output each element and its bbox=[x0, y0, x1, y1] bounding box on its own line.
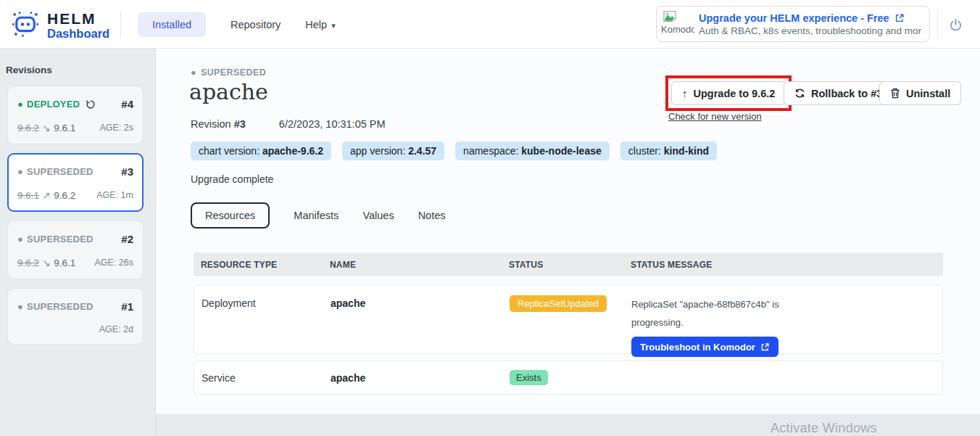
sidebar-title: Revisions bbox=[6, 65, 155, 75]
shutdown-button[interactable] bbox=[946, 15, 965, 34]
release-status-badge: ● SUPERSEDED bbox=[191, 67, 266, 78]
activate-windows-watermark: Activate Windows bbox=[771, 421, 877, 436]
komodor-promo-banner[interactable]: Komodor Upgrade your HELM experience - F… bbox=[656, 6, 930, 42]
top-bar: HELM Dashboard Installed Repository Help… bbox=[0, 0, 980, 49]
red-annotation-box: ↑ Upgrade to 9.6.2 bbox=[665, 75, 792, 111]
logo-text: HELM Dashboard bbox=[47, 11, 109, 40]
status-message-cell: ReplicaSet "apache-68fb867c4b" is progre… bbox=[631, 295, 942, 353]
col-header-status-message: STATUS MESSAGE bbox=[631, 260, 943, 270]
revision-versions: 9.6.2 ↘ 9.6.1 bbox=[17, 256, 75, 269]
resource-status-cell: Exists bbox=[510, 370, 631, 385]
chip-cluster: cluster: kind-kind bbox=[620, 141, 717, 160]
broken-image-icon bbox=[663, 10, 677, 23]
revision-age: AGE: 2s bbox=[99, 123, 133, 133]
resources-table: RESOURCE TYPE NAME STATUS STATUS MESSAGE… bbox=[194, 252, 943, 395]
nav-tab-installed[interactable]: Installed bbox=[138, 12, 206, 37]
nav-menu-help[interactable]: Help▾ bbox=[305, 19, 335, 30]
tab-resources[interactable]: Resources bbox=[191, 202, 270, 229]
reload-icon[interactable] bbox=[86, 99, 96, 110]
main-nav: Installed Repository Help▾ bbox=[138, 0, 336, 49]
chevron-down-icon: ▾ bbox=[331, 21, 336, 30]
status-dot-icon: ● bbox=[17, 234, 23, 244]
table-header-row: RESOURCE TYPE NAME STATUS STATUS MESSAGE bbox=[194, 252, 943, 276]
status-dot-icon: ● bbox=[17, 166, 23, 177]
release-status-text: Upgrade complete bbox=[191, 173, 273, 185]
uninstall-button[interactable]: Uninstall bbox=[879, 81, 961, 105]
power-icon bbox=[949, 18, 963, 32]
resource-name: apache bbox=[331, 295, 510, 353]
banner-title: Upgrade your HELM experience - Free bbox=[699, 12, 922, 24]
banner-subtitle: Auth & RBAC, k8s events, troubleshooting… bbox=[699, 25, 922, 36]
revision-number: #2 bbox=[121, 233, 133, 245]
chip-chart-version: chart version: apache-9.6.2 bbox=[191, 141, 331, 160]
broken-image-placeholder: Komodor bbox=[661, 9, 694, 39]
helm-logo[interactable]: HELM Dashboard bbox=[10, 9, 109, 42]
trash-icon bbox=[890, 88, 900, 99]
revision-status: ● DEPLOYED bbox=[17, 99, 96, 110]
helm-dashboard-screen: HELM Dashboard Installed Repository Help… bbox=[0, 0, 980, 436]
revision-number: #4 bbox=[121, 98, 133, 110]
external-link-icon bbox=[760, 342, 770, 352]
banner-text: Upgrade your HELM experience - Free Auth… bbox=[699, 12, 922, 36]
revision-versions: 9.6.2 ↘ 9.6.1 bbox=[17, 121, 75, 134]
revision-age: AGE: 1m bbox=[96, 190, 133, 200]
rollback-button[interactable]: Rollback to #3 bbox=[784, 81, 893, 105]
revision-card-2[interactable]: ● SUPERSEDED #2 9.6.2 ↘ 9.6.1 AGE: 26s bbox=[7, 221, 144, 279]
rollback-icon bbox=[794, 88, 805, 99]
col-header-status: STATUS bbox=[509, 260, 631, 270]
resource-type: Service bbox=[194, 372, 331, 384]
header-divider bbox=[120, 12, 121, 37]
logo-title: HELM bbox=[47, 11, 109, 27]
status-dot-icon: ● bbox=[17, 99, 23, 110]
header-divider-right bbox=[937, 12, 938, 37]
table-row-deployment: Deployment apache ReplicaSetUpdated Repl… bbox=[194, 284, 943, 354]
external-link-icon bbox=[894, 13, 905, 23]
arrow-up-icon: ↑ bbox=[682, 87, 688, 99]
revision-age: AGE: 2d bbox=[99, 324, 133, 334]
revision-card-4[interactable]: ● DEPLOYED #4 9.6.2 ↘ 9.6.1 AGE: 2s bbox=[7, 86, 144, 144]
revision-number: #1 bbox=[121, 300, 133, 313]
banner-image-alt-text: Komodor bbox=[661, 24, 694, 35]
status-message-line1: ReplicaSet "apache-68fb867c4b" is bbox=[631, 295, 942, 313]
revisions-sidebar: Revisions ● DEPLOYED #4 9.6.2 ↘ 9.6.1 bbox=[0, 49, 156, 436]
logo-subtitle: Dashboard bbox=[47, 27, 109, 40]
col-header-name: NAME bbox=[330, 260, 509, 270]
revision-age: AGE: 26s bbox=[95, 258, 134, 268]
release-meta-chips: chart version: apache-9.6.2 app version:… bbox=[191, 141, 717, 160]
nav-tab-repository[interactable]: Repository bbox=[231, 19, 281, 30]
release-title: apache bbox=[189, 79, 268, 104]
chip-app-version: app version: 2.4.57 bbox=[342, 141, 444, 160]
tab-notes[interactable]: Notes bbox=[418, 210, 446, 221]
status-message-line2: progressing. bbox=[631, 313, 942, 332]
chip-namespace: namespace: kube-node-lease bbox=[455, 141, 610, 160]
resource-name: apache bbox=[331, 372, 510, 384]
status-badge: Exists bbox=[510, 370, 548, 385]
release-detail-panel: ● SUPERSEDED apache Revision #3 6/2/2023… bbox=[156, 49, 980, 415]
tab-values[interactable]: Values bbox=[362, 210, 394, 221]
status-dot-icon: ● bbox=[191, 67, 196, 78]
status-dot-icon: ● bbox=[17, 301, 23, 312]
version-direction-icon: ↗ bbox=[42, 190, 50, 201]
revision-status: ● SUPERSEDED bbox=[17, 301, 94, 312]
resource-status-cell: ReplicaSetUpdated bbox=[510, 295, 631, 353]
revision-card-3-selected[interactable]: ● SUPERSEDED #3 9.6.1 ↗ 9.6.2 AGE: 1m bbox=[7, 153, 144, 212]
upgrade-button[interactable]: ↑ Upgrade to 9.6.2 bbox=[671, 81, 786, 105]
revision-timestamp: 6/2/2023, 10:31:05 PM bbox=[279, 118, 386, 130]
helm-logo-icon bbox=[10, 9, 41, 42]
detail-tabs: Resources Manifests Values Notes bbox=[191, 202, 446, 229]
tab-manifests[interactable]: Manifests bbox=[294, 210, 339, 221]
troubleshoot-komodor-button[interactable]: Troubleshoot in Komodor bbox=[631, 337, 778, 357]
revision-card-1[interactable]: ● SUPERSEDED #1 AGE: 2d bbox=[7, 288, 144, 345]
revision-versions: 9.6.1 ↗ 9.6.2 bbox=[17, 189, 75, 202]
revision-status: ● SUPERSEDED bbox=[17, 234, 94, 244]
revision-info-line: Revision #3 6/2/2023, 10:31:05 PM bbox=[191, 118, 386, 130]
status-badge: ReplicaSetUpdated bbox=[510, 295, 607, 312]
col-header-resource-type: RESOURCE TYPE bbox=[194, 260, 330, 270]
revision-status: ● SUPERSEDED bbox=[17, 166, 94, 177]
resource-type: Deployment bbox=[194, 295, 331, 353]
table-row-service: Service apache Exists bbox=[194, 361, 943, 395]
revision-number: #3 bbox=[121, 165, 133, 178]
check-new-version-link[interactable]: Check for new version bbox=[668, 111, 762, 122]
version-direction-icon: ↘ bbox=[42, 123, 50, 133]
version-direction-icon: ↘ bbox=[42, 258, 50, 268]
